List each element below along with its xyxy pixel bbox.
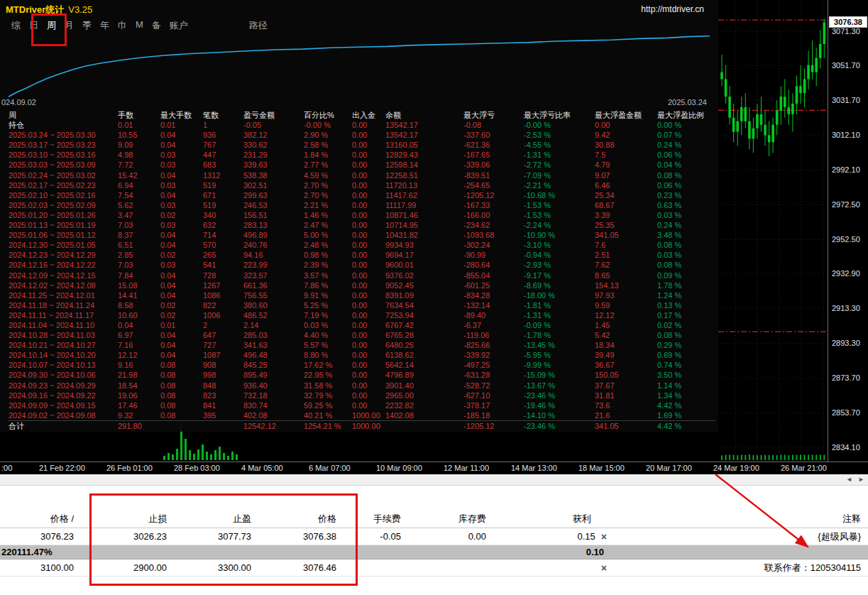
terminal-header-row: 价格 /止损止盈价格手续费库存费获利注释 (0, 510, 868, 528)
equity-end-date: 2025.03.24 (668, 98, 707, 107)
stats-panel-header: MTDriver统计V3.25 http://mtdriver.cn (6, 4, 713, 16)
stats-row: 2025.01.13 ~ 2025.01.197.030.03632283.13… (9, 220, 715, 230)
candlestick-chart (718, 0, 828, 462)
time-tick: 4 Mar 05:00 (241, 464, 283, 472)
tab-周[interactable]: 周 (47, 19, 56, 32)
close-order-icon[interactable]: × (601, 563, 607, 573)
scroll-right-button[interactable]: ► (855, 474, 867, 485)
summary-profit: 0.10 (586, 547, 604, 557)
tab-账户[interactable]: 账户 (170, 19, 188, 32)
price-tick: 2834.10 (832, 443, 867, 452)
stats-row: 2024.12.16 ~ 2024.12.227.030.03541223.99… (9, 260, 715, 270)
terminal-column-header[interactable]: 获利 (492, 513, 617, 525)
order-cell: 3026.23 (79, 531, 172, 542)
balance-percent-text: 220111.47% (1, 547, 53, 557)
terminal-scroll-strip: ◄ ► (0, 474, 868, 486)
price-tick: 2873.70 (832, 373, 867, 382)
stats-row: 2024.10.07 ~ 2024.10.139.160.08908845.25… (9, 360, 715, 370)
stats-header-row: 周手数最大手数笔数盈亏金额百分比%出入金余额最大浮亏最大浮亏比率最大浮盈金额最大… (9, 110, 715, 120)
stats-row: 2024.12.23 ~ 2024.12.292.850.0226594.160… (9, 250, 715, 260)
tab-日[interactable]: 日 (29, 19, 38, 32)
current-price-tag: 3076.38 (829, 16, 867, 28)
equity-curve-chart (9, 33, 710, 99)
price-tick: 3012.10 (832, 131, 867, 139)
tab-季[interactable]: 季 (82, 19, 92, 32)
price-tick: 2972.50 (832, 200, 867, 209)
tab-巾[interactable]: 巾 (118, 19, 127, 32)
price-tick: 2893.30 (832, 339, 867, 347)
tab-综[interactable]: 综 (11, 19, 21, 32)
terminal-panel: ◄ ► 价格 /止损止盈价格手续费库存费获利注释3076.233026.2330… (0, 474, 868, 595)
website-link[interactable]: http://mtdriver.cn (641, 4, 704, 14)
stats-row: 2025.03.17 ~ 2025.03.239.090.04767330.62… (9, 140, 715, 150)
order-cell: 3076.46 (257, 562, 342, 573)
order-cell: 2900.00 (79, 562, 172, 573)
time-tick: 20 Mar 17:00 (646, 464, 692, 472)
equity-date-labels: 024.09.02 2025.03.24 (1, 98, 714, 107)
price-scale: 3071.303051.703031.703012.102992.102972.… (828, 0, 868, 462)
stats-row: 2024.09.09 ~ 2024.09.1517.460.08841830.7… (9, 400, 715, 410)
stats-row: 2024.12.30 ~ 2025.01.056.510.04570240.76… (9, 240, 715, 250)
stats-row: 2025.02.24 ~ 2025.03.0215.420.041312538.… (9, 170, 715, 180)
price-tick: 2932.90 (832, 269, 867, 278)
stats-row: 2024.10.14 ~ 2024.10.2012.120.041087496.… (9, 350, 715, 360)
order-comment: {超级风暴} (617, 530, 868, 543)
stats-row: 2024.09.16 ~ 2024.09.2219.060.08823732.1… (9, 391, 715, 400)
time-tick: 12 Mar 11:00 (444, 464, 489, 472)
terminal-column-header[interactable]: 止损 (79, 513, 172, 525)
stats-row: 2025.01.20 ~ 2025.01.263.470.02340156.51… (9, 210, 715, 220)
order-cell: 3076.23 (0, 531, 79, 542)
stats-row: 持仓0.010.011-0.05-0.00 %0.0013542.17-0.08… (9, 120, 715, 130)
time-tick: 28 Feb 03:00 (174, 464, 220, 472)
price-tick: 3031.70 (832, 96, 867, 104)
stats-row: 2024.12.09 ~ 2024.12.157.840.04728323.57… (9, 271, 715, 280)
terminal-column-header[interactable]: 价格 / (0, 513, 79, 525)
stats-row: 2025.03.03 ~ 2025.03.097.720.03683339.63… (9, 160, 715, 170)
time-axis: :0021 Feb 22:0026 Feb 01:0028 Feb 03:004… (0, 463, 868, 474)
order-cell: 3076.38 (257, 531, 342, 542)
stats-row: 2024.09.30 ~ 2024.10.0621.980.08998895.4… (9, 370, 715, 380)
stats-row: 2024.11.25 ~ 2024.12.0114.410.041086756.… (9, 290, 715, 300)
panel-version: V3.25 (68, 4, 92, 15)
order-comment: 联系作者：1205304115 (617, 562, 868, 574)
terminal-summary-row: 220111.47%0.10 (0, 545, 868, 559)
price-tick: 2853.70 (832, 408, 867, 417)
time-tick: 26 Mar 21:00 (781, 464, 827, 472)
stats-row: 2024.09.23 ~ 2024.09.2918.540.08848936.4… (9, 381, 715, 391)
stats-row: 2024.11.11 ~ 2024.11.1710.600.021006486.… (9, 310, 715, 320)
order-cell: 0.00 (407, 531, 492, 542)
order-cell: 3300.00 (172, 562, 257, 573)
tab-月[interactable]: 月 (65, 19, 74, 32)
tab-M[interactable]: M (136, 19, 143, 32)
scroll-left-button[interactable]: ◄ (843, 474, 855, 485)
stats-tab-bar: 综日周月季年巾M备账户路径 (11, 19, 268, 32)
order-row[interactable]: 3076.233026.233077.733076.38-0.050.000.1… (0, 528, 868, 545)
orders-table: 价格 /止损止盈价格手续费库存费获利注释3076.233026.233077.7… (0, 510, 868, 577)
terminal-column-header[interactable]: 价格 (257, 513, 342, 525)
stats-row: 2025.02.03 ~ 2025.02.095.620.03519246.53… (9, 200, 715, 210)
stats-row: 2024.10.21 ~ 2024.10.277.160.04727341.63… (9, 340, 715, 350)
price-tick: 3071.30 (832, 27, 867, 36)
tab-备[interactable]: 备 (152, 19, 161, 32)
terminal-column-header[interactable]: 注释 (617, 513, 868, 525)
terminal-column-header[interactable]: 手续费 (342, 513, 407, 525)
equity-start-date: 024.09.02 (1, 98, 36, 107)
price-tick: 2992.10 (832, 165, 867, 174)
stats-row: 2025.02.17 ~ 2025.02.236.940.03519302.51… (9, 180, 715, 190)
panel-title: MTDriver统计 (6, 4, 64, 15)
price-tick: 2952.50 (832, 235, 867, 244)
order-row[interactable]: 3100.002900.003300.003076.46×联系作者：120530… (0, 559, 868, 577)
stats-row: 2024.11.04 ~ 2024.11.100.040.0122.140.03… (9, 320, 715, 330)
order-cell: 3077.73 (172, 531, 257, 542)
tab-年[interactable]: 年 (100, 19, 109, 32)
time-tick: :00 (1, 464, 12, 472)
tab-路径[interactable]: 路径 (249, 19, 268, 32)
close-order-icon[interactable]: × (601, 532, 607, 542)
time-tick: 14 Mar 13:00 (511, 464, 557, 472)
statistics-panel: MTDriver统计V3.25 http://mtdriver.cn 综日周月季… (0, 0, 718, 432)
terminal-column-header[interactable]: 库存费 (407, 513, 492, 525)
stats-row: 2024.10.28 ~ 2024.11.036.970.04647285.03… (9, 330, 715, 340)
terminal-column-header[interactable]: 止盈 (172, 513, 257, 525)
time-tick: 6 Mar 07:00 (309, 464, 351, 472)
time-tick: 18 Mar 15:00 (578, 464, 625, 472)
